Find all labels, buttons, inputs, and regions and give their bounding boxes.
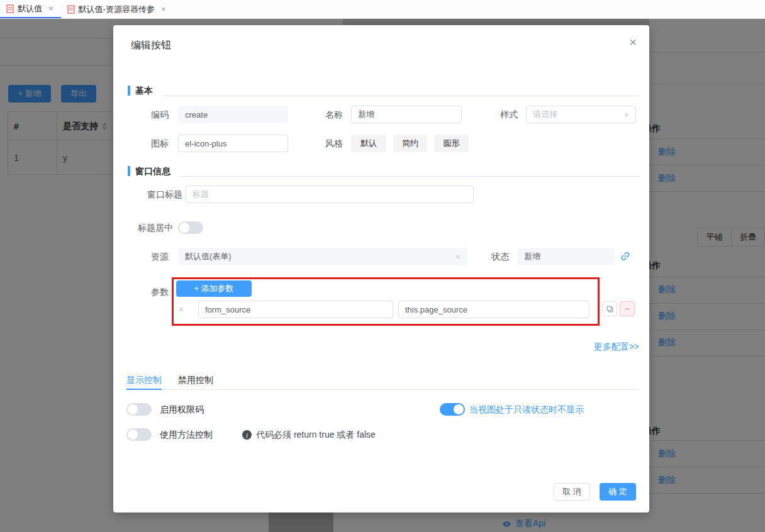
readonly-hide-toggle[interactable]	[440, 403, 465, 416]
chevron-down-icon: ∨	[623, 111, 629, 118]
tab-divider	[126, 389, 639, 390]
chevron-down-icon: ∨	[455, 253, 461, 260]
mode-round-button[interactable]: 圆形	[434, 135, 469, 152]
title-center-label: 标题居中	[126, 219, 173, 236]
more-config-link[interactable]: 更多配置>>	[594, 341, 639, 353]
section-rule	[163, 96, 639, 96]
code-value: create	[185, 110, 208, 119]
method-control-toggle[interactable]	[126, 428, 152, 441]
tab-default-value[interactable]: 默认值 ×	[0, 0, 61, 18]
document-icon	[67, 5, 75, 14]
state-input[interactable]: 新增	[517, 248, 615, 265]
tab-disable-control[interactable]: 禁用控制	[178, 375, 213, 386]
param-key-input[interactable]: form_source	[198, 301, 393, 318]
window-title-input[interactable]: 标题	[186, 186, 474, 203]
name-input[interactable]: 新增	[351, 106, 462, 123]
resource-value: 默认值(表单)	[185, 251, 232, 262]
param-value-value: this.page_source	[405, 305, 467, 314]
param-value-input[interactable]: this.page_source	[398, 301, 589, 318]
section-accent-bar	[128, 166, 130, 176]
window-title-placeholder: 标题	[193, 189, 209, 200]
code-input[interactable]: create	[178, 106, 288, 123]
add-param-button[interactable]: + 添加参数	[176, 280, 252, 297]
section-accent-bar	[128, 86, 130, 96]
tab-label: 默认值-资源容器传参	[79, 4, 155, 15]
permission-code-toggle[interactable]	[126, 403, 152, 416]
link-icon[interactable]	[617, 248, 635, 266]
style-label: 样式	[476, 106, 518, 123]
tab-label: 默认值	[18, 3, 42, 14]
state-label: 状态	[476, 248, 509, 265]
title-center-toggle[interactable]	[178, 221, 203, 234]
name-value: 新增	[358, 109, 374, 120]
icon-value: el-icon-plus	[185, 139, 226, 148]
icon-input[interactable]: el-icon-plus	[178, 135, 288, 152]
document-icon	[6, 4, 14, 13]
copy-param-button[interactable]	[602, 301, 617, 316]
mode-label: 风格	[301, 135, 343, 152]
param-key-value: form_source	[205, 305, 250, 314]
cancel-button[interactable]: 取 消	[554, 483, 590, 501]
method-control-label: 使用方法控制	[160, 428, 213, 441]
method-hint-text: 代码必须 return true 或者 false	[256, 428, 376, 441]
section-window-info: 窗口信息	[128, 165, 639, 177]
resource-label: 资源	[126, 248, 169, 265]
remove-param-icon[interactable]: ×	[179, 301, 184, 318]
icon-label: 图标	[126, 135, 169, 152]
tab-display-control[interactable]: 显示控制	[126, 375, 162, 386]
copy-icon	[606, 305, 614, 313]
section-rule	[181, 176, 639, 177]
params-label: 参数	[126, 283, 169, 301]
style-select[interactable]: 请选择 ∨	[526, 106, 636, 123]
style-placeholder: 请选择	[533, 109, 557, 120]
resource-select[interactable]: 默认值(表单) ∨	[178, 248, 467, 265]
tab-resource-container[interactable]: 默认值-资源容器传参 ×	[61, 0, 174, 18]
name-label: 名称	[301, 106, 343, 123]
confirm-button[interactable]: 确 定	[600, 483, 636, 501]
delete-param-button[interactable]: −	[620, 301, 635, 316]
close-dialog-icon[interactable]: ×	[629, 35, 637, 50]
tab-bar: 默认值 × 默认值-资源容器传参 ×	[0, 0, 765, 19]
minus-icon: −	[625, 304, 630, 314]
mode-default-button[interactable]: 默认	[351, 135, 386, 152]
permission-code-label: 启用权限码	[160, 402, 204, 416]
code-label: 编码	[126, 106, 169, 123]
close-tab-icon[interactable]: ×	[48, 4, 53, 13]
info-icon: i	[242, 430, 252, 440]
close-tab-icon[interactable]: ×	[161, 4, 166, 14]
section-title: 窗口信息	[135, 166, 170, 177]
section-basic: 基本	[128, 84, 639, 97]
mode-simple-button[interactable]: 简约	[393, 135, 427, 152]
screen: + 新增 导出 # 是否支持 1 y 操作 编辑 删除 编辑 删除	[0, 0, 765, 532]
section-title: 基本	[135, 86, 153, 97]
tab-active-underline	[126, 389, 162, 390]
readonly-hide-label: 当视图处于只读状态时不显示	[469, 402, 584, 416]
state-value: 新增	[524, 251, 540, 262]
dialog-title: 编辑按钮	[131, 39, 171, 52]
edit-button-dialog: 编辑按钮 × 基本 编码 create 名称 新增 样式 请选择 ∨ 图标 el…	[113, 25, 649, 513]
window-title-label: 窗口标题	[126, 186, 182, 203]
